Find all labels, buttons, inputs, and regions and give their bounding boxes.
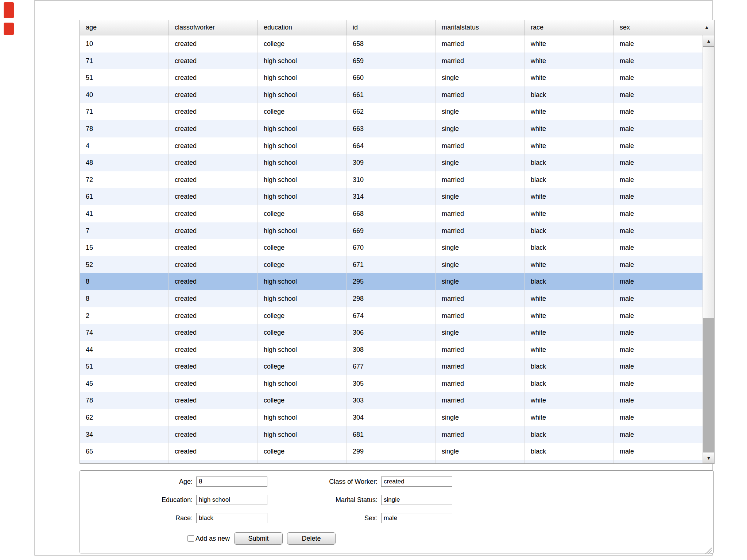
cell-id: 305 (347, 375, 436, 392)
column-header-id[interactable]: id (347, 20, 436, 35)
delete-button[interactable]: Delete (287, 532, 336, 545)
table-row[interactable]: 78createdhigh school663singlewhitemale (80, 120, 703, 137)
table-row[interactable]: 74createdcollege306singlewhitemale (80, 324, 703, 341)
cell-education: college (258, 256, 347, 273)
table-row[interactable]: 52createdcollege671singlewhitemale (80, 256, 703, 273)
education-input[interactable] (196, 495, 267, 505)
cell-education: high school (258, 86, 347, 104)
cell-sex: male (614, 103, 703, 120)
age-label: Age: (101, 478, 196, 486)
marital-status-input[interactable] (381, 495, 452, 505)
cell-education: college (258, 205, 347, 222)
cell-education: college (258, 324, 347, 341)
cell-maritalstatus: married (436, 341, 525, 358)
cell-age: 51 (80, 69, 169, 86)
class-of-worker-input[interactable] (381, 477, 452, 487)
cell-race: black (525, 375, 614, 392)
table-row[interactable]: 15createdcollege670singleblackmale (80, 239, 703, 256)
cell-id: 660 (347, 69, 436, 86)
table-row[interactable]: 61createdhigh school314singlewhitemale (80, 188, 703, 205)
cell-education: high school (258, 273, 347, 290)
cell-race: white (525, 103, 614, 120)
age-input[interactable] (196, 477, 267, 487)
table-row[interactable]: 45createdhigh school305marriedblackmale (80, 375, 703, 392)
cell-id: 298 (347, 290, 436, 307)
table-row[interactable]: 41createdcollege668marriedwhitemale (80, 205, 703, 222)
table-row[interactable]: 4createdhigh school664marriedwhitemale (80, 137, 703, 155)
cell-education: college (258, 239, 347, 256)
table-row[interactable]: 51createdcollege677marriedblackmale (80, 358, 703, 375)
cell-id: 670 (347, 239, 436, 256)
race-input[interactable] (196, 513, 267, 523)
vertical-scrollbar[interactable]: ▲ ▼ (703, 35, 714, 463)
cell-classofworker: created (169, 103, 258, 120)
cell-id: 304 (347, 409, 436, 426)
table-row[interactable]: 40createdhigh school661marriedblackmale (80, 86, 703, 104)
table-row[interactable]: 62createdhigh school304singlewhitemale (80, 409, 703, 426)
cell-classofworker: created (169, 52, 258, 70)
add-as-new-label: Add as new (196, 535, 230, 542)
cell-id: 303 (347, 392, 436, 409)
table-row[interactable]: 8createdhigh school298marriedwhitemale (80, 290, 703, 307)
marital-status-field: Marital Status: (286, 495, 452, 505)
unknown-red-fragment (4, 2, 14, 18)
app-window: age classofworker education id maritalst… (34, 0, 713, 556)
cell-race: white (525, 307, 614, 324)
column-header-race[interactable]: race (525, 20, 614, 35)
table-row-partial[interactable]: 47createdhigh school302singlewhitemale (80, 460, 703, 463)
cell-classofworker: created (169, 273, 258, 290)
cell-classofworker: created (169, 256, 258, 273)
table-row[interactable]: 72createdhigh school310marriedblackmale (80, 171, 703, 188)
cell-sex: male (614, 52, 703, 70)
table-row[interactable]: 10createdcollege658marriedwhitemale (80, 35, 703, 52)
cell-classofworker: created (169, 35, 258, 52)
cell-age: 45 (80, 375, 169, 392)
table-row[interactable]: 71createdcollege662singlewhitemale (80, 103, 703, 120)
cell-age: 51 (80, 358, 169, 375)
edit-form: Age: Class of Worker: Education: Marital… (80, 470, 714, 553)
table-row[interactable]: 8createdhigh school295singleblackmale (80, 273, 703, 290)
cell-classofworker: created (169, 154, 258, 171)
table-body: 10createdcollege658marriedwhitemale71cre… (80, 35, 703, 463)
column-header-education[interactable]: education (258, 20, 347, 35)
cell-education: high school (258, 460, 347, 463)
cell-sex: male (614, 222, 703, 240)
cell-sex: male (614, 86, 703, 104)
sex-input[interactable] (381, 513, 452, 523)
column-header-maritalstatus[interactable]: maritalstatus (436, 20, 525, 35)
column-header-label: education (264, 24, 292, 31)
scroll-down-icon[interactable]: ▼ (703, 452, 714, 463)
table-row[interactable]: 2createdcollege674marriedwhitemale (80, 307, 703, 324)
cell-maritalstatus: single (436, 188, 525, 205)
cell-classofworker: created (169, 409, 258, 426)
cell-sex: male (614, 307, 703, 324)
column-header-age[interactable]: age (80, 20, 169, 35)
scrollbar-track[interactable] (703, 47, 714, 452)
cell-sex: male (614, 358, 703, 375)
table-row[interactable]: 65createdcollege299singleblackmale (80, 443, 703, 460)
scroll-up-icon[interactable]: ▲ (703, 35, 714, 47)
scrollbar-thumb[interactable] (703, 47, 714, 318)
table-row[interactable]: 44createdhigh school308marriedwhitemale (80, 341, 703, 358)
table-row[interactable]: 34createdhigh school681marriedblackmale (80, 426, 703, 443)
cell-id: 659 (347, 52, 436, 70)
table-row[interactable]: 7createdhigh school669marriedblackmale (80, 222, 703, 240)
add-as-new-checkbox[interactable] (187, 535, 194, 542)
submit-button[interactable]: Submit (234, 532, 283, 545)
cell-sex: male (614, 460, 703, 463)
cell-age: 65 (80, 443, 169, 460)
table-row[interactable]: 51createdhigh school660singlewhitemale (80, 69, 703, 86)
cell-sex: male (614, 341, 703, 358)
cell-maritalstatus: single (436, 443, 525, 460)
table-row[interactable]: 78createdcollege303marriedwhitemale (80, 392, 703, 409)
cell-sex: male (614, 171, 703, 188)
column-header-classofworker[interactable]: classofworker (169, 20, 258, 35)
column-header-label: sex (620, 24, 630, 31)
cell-maritalstatus: married (436, 52, 525, 70)
cell-sex: male (614, 120, 703, 137)
column-header-sex[interactable]: sex ▲ (614, 20, 714, 35)
table-row[interactable]: 71createdhigh school659marriedwhitemale (80, 52, 703, 70)
cell-age: 41 (80, 205, 169, 222)
table-row[interactable]: 48createdhigh school309singleblackmale (80, 154, 703, 171)
cell-education: college (258, 392, 347, 409)
